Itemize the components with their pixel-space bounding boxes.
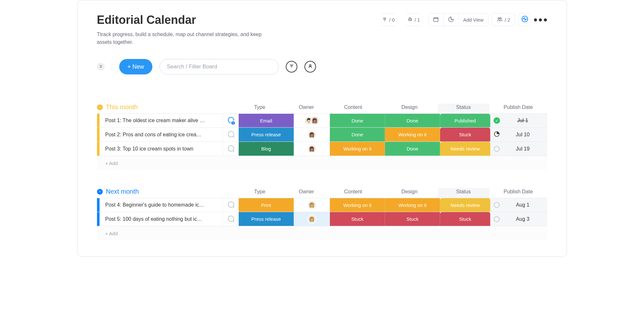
owner-cell[interactable]: 👩🏽 — [294, 128, 330, 141]
group-header[interactable]: This month — [97, 103, 232, 113]
date-text: Jul 1 — [505, 118, 547, 123]
chat-button[interactable] — [223, 212, 239, 226]
calendar-view-button[interactable] — [428, 14, 443, 26]
table-row[interactable]: Post 1: The oldest ice cream maker alive… — [97, 113, 547, 128]
content-cell[interactable]: Done — [330, 114, 385, 127]
date-cell[interactable]: Jul 10 — [490, 128, 547, 141]
header-toolbar: / 0 / 1 — [377, 13, 547, 26]
date-text: Aug 1 — [505, 202, 547, 208]
add-row-button[interactable]: + Add — [100, 160, 242, 166]
status-cell[interactable]: Published — [440, 114, 490, 127]
owner-cell[interactable]: 👩🏽 — [294, 142, 330, 156]
add-row: + Add — [97, 156, 547, 170]
chat-icon — [226, 145, 235, 153]
person-filter-button[interactable] — [304, 61, 316, 73]
pulse-icon — [521, 15, 528, 24]
members-box: / 2 — [492, 13, 515, 26]
chat-icon — [226, 215, 235, 223]
chart-view-button[interactable] — [443, 14, 458, 26]
design-cell[interactable]: Done — [385, 114, 440, 127]
date-cell[interactable]: Jul 19 — [490, 142, 547, 156]
chat-icon: 1 — [226, 116, 235, 125]
owner-cell[interactable]: 👨🏻👩🏽 — [294, 114, 330, 127]
add-row-button[interactable]: + Add — [100, 231, 242, 236]
filter-button[interactable] — [286, 61, 297, 73]
new-button[interactable]: + New — [119, 59, 153, 74]
date-cell[interactable]: Aug 3 — [490, 212, 547, 226]
owner-cell[interactable]: 👩🏼 — [294, 212, 330, 226]
content-cell[interactable]: Working on it — [330, 142, 385, 156]
content-cell[interactable]: Done — [330, 128, 385, 141]
column-header-content[interactable]: Content — [325, 188, 381, 198]
design-cell[interactable]: Stuck — [385, 212, 440, 226]
activity-button[interactable] — [518, 13, 531, 26]
table-row[interactable]: Post 2: Pros and cons of eating ice crea… — [97, 128, 547, 142]
content-cell[interactable]: Stuck — [330, 212, 385, 226]
avatar: 👩🏽 — [310, 116, 319, 125]
date-cell[interactable]: ✓ Jul 1 — [490, 114, 547, 127]
svg-point-4 — [498, 17, 500, 19]
type-cell[interactable]: Press release — [239, 128, 294, 141]
column-header-status[interactable]: Status — [438, 188, 489, 198]
column-header-status[interactable]: Status — [438, 103, 489, 113]
group-header[interactable]: Next month — [97, 188, 232, 198]
pie-chart-icon — [448, 16, 454, 23]
status-cell[interactable]: Needs review — [440, 142, 490, 156]
status-cell[interactable]: Stuck — [440, 128, 490, 141]
column-header-owner[interactable]: Owner — [288, 188, 325, 198]
search-input[interactable] — [159, 59, 279, 74]
integrations-button[interactable]: / 0 — [377, 13, 399, 26]
type-cell[interactable]: Blog — [239, 142, 294, 156]
automations-button[interactable]: / 1 — [403, 13, 425, 26]
add-view-button[interactable]: Add View — [458, 14, 488, 26]
filter-icon — [289, 63, 294, 70]
row-title[interactable]: Post 2: Pros and cons of eating ice crea… — [100, 128, 223, 141]
table-row[interactable]: Post 3: Top 10 ice cream spots in town B… — [97, 142, 547, 156]
chat-button[interactable] — [223, 198, 239, 212]
column-header-content[interactable]: Content — [325, 103, 381, 113]
design-cell[interactable]: Working on it — [385, 198, 440, 212]
avatar: 👩🏼 — [307, 215, 316, 224]
group: This month TypeOwnerContentDesignStatusP… — [97, 103, 547, 170]
column-header-date[interactable]: Publish Date — [489, 188, 547, 198]
chat-button[interactable]: 1 — [223, 114, 239, 127]
column-header-type[interactable]: Type — [232, 188, 288, 198]
collapse-all-button[interactable] — [97, 63, 105, 71]
table-row[interactable]: Post 5: 100 days of eating nothing but i… — [97, 212, 547, 226]
status-cell[interactable]: Needs review — [440, 198, 490, 212]
svg-point-7 — [309, 64, 311, 66]
row-title[interactable]: Post 5: 100 days of eating nothing but i… — [100, 212, 223, 226]
status-cell[interactable]: Stuck — [440, 212, 490, 226]
members-button[interactable]: / 2 — [492, 14, 515, 26]
table-row[interactable]: Post 4: Beginner's guide to homemade ic…… — [97, 198, 547, 212]
column-header-design[interactable]: Design — [381, 103, 438, 113]
more-menu-button[interactable]: ●●● — [534, 13, 547, 26]
chat-button[interactable] — [223, 128, 239, 141]
more-icon: ●●● — [533, 15, 548, 24]
row-title[interactable]: Post 1: The oldest ice cream maker alive… — [100, 114, 223, 127]
design-cell[interactable]: Done — [385, 142, 440, 156]
column-header-owner[interactable]: Owner — [288, 103, 325, 113]
column-header-type[interactable]: Type — [232, 103, 288, 113]
date-cell[interactable]: Aug 1 — [490, 198, 547, 212]
chat-button[interactable] — [223, 142, 239, 156]
owner-cell[interactable]: 👩🏼 — [294, 198, 330, 212]
design-cell[interactable]: Working on it — [385, 128, 440, 141]
row-title[interactable]: Post 3: Top 10 ice cream spots in town — [100, 142, 223, 156]
row-title[interactable]: Post 4: Beginner's guide to homemade ic… — [100, 198, 223, 212]
column-header-design[interactable]: Design — [381, 188, 438, 198]
progress-indicator-icon — [494, 131, 500, 139]
content-cell[interactable]: Working on it — [330, 198, 385, 212]
calendar-icon — [433, 16, 439, 23]
type-cell[interactable]: Print — [239, 198, 294, 212]
svg-point-2 — [410, 19, 411, 20]
person-icon — [308, 63, 313, 70]
view-switcher: Add View — [428, 13, 488, 26]
group-title: This month — [106, 103, 138, 111]
type-cell[interactable]: Email — [239, 114, 294, 127]
column-header-date[interactable]: Publish Date — [489, 103, 547, 113]
type-cell[interactable]: Press release — [239, 212, 294, 226]
row-accent — [97, 128, 100, 141]
plug-icon — [382, 17, 387, 23]
page-title: Editorial Calendar — [97, 13, 264, 27]
